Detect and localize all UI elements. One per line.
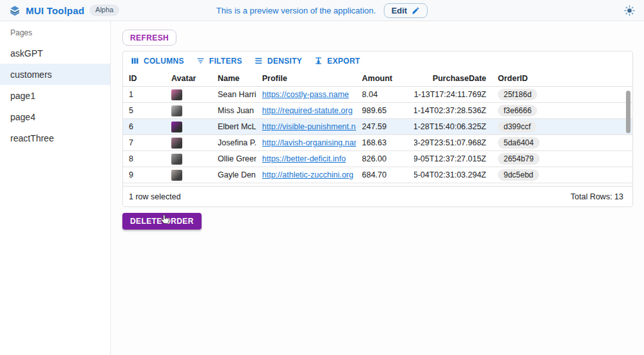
cell-name: Sean Harris [212,90,256,99]
profile-link[interactable]: http://required-statute.org [262,106,352,115]
sidebar-item-customers[interactable]: customers [0,64,110,85]
cell-profile: https://better-deficit.info [256,154,356,163]
cell-profile: http://lavish-organising.name [256,138,356,147]
scrollbar-thumb[interactable] [626,91,630,133]
toolbar-button-label: EXPORT [327,57,360,66]
cell-amount: 247.59 [356,122,414,131]
alpha-badge: Alpha [90,5,119,15]
cell-profile: http://athletic-zucchini.org [256,170,356,179]
cell-avatar [166,154,212,165]
profile-link[interactable]: https://better-deficit.info [262,154,346,163]
cell-amount: 989.65 [356,106,414,115]
cell-order-id: 25f186d [492,89,632,100]
column-header-name[interactable]: Name [212,74,256,83]
cell-order-id: f3e6666 [492,105,632,116]
sidebar-item-label: page4 [10,112,35,122]
filters-button[interactable]: FILTERS [192,53,246,68]
sidebar-item-page1[interactable]: page1 [0,85,110,106]
table-row[interactable]: 6 Elbert McL... http://visible-punishmen… [123,119,632,135]
cell-id: 9 [123,170,166,179]
cell-id: 8 [123,154,166,163]
cell-id: 1 [123,90,166,99]
profile-link[interactable]: https://costly-pass.name [262,90,349,99]
cell-name: Miss Juan ... [212,106,256,115]
brand: MUI Toolpad Alpha [9,5,119,16]
cell-order-id: d399ccf [492,121,632,132]
cell-purchase-date: 2088-05-04T02:31:03.294Z [414,170,492,179]
toolbar-button-label: FILTERS [209,57,242,66]
profile-link[interactable]: http://lavish-organising.name [262,138,356,147]
edit-button[interactable]: Edit [384,3,428,18]
cell-purchase-date: 2076-03-29T23:51:07.968Z [414,138,492,147]
density-button[interactable]: DENSITY [250,53,306,68]
cell-avatar [166,138,212,149]
sidebar-item-label: customers [10,69,52,80]
cell-id: 7 [123,138,166,147]
cell-name: Ollie Green... [212,154,256,163]
total-rows: Total Rows: 13 [571,192,623,201]
column-header-id[interactable]: ID [123,74,166,83]
profile-link[interactable]: http://visible-punishment.net [262,122,356,131]
table-row[interactable]: 1 Sean Harris https://costly-pass.name 8… [123,87,632,103]
table-row[interactable]: 9 Gayle Den... http://athletic-zucchini.… [123,167,632,183]
sidebar: Pages askGPT customers page1 page4 react… [0,21,111,355]
cell-avatar [166,170,212,181]
cell-order-id: 2654b79 [492,153,632,165]
cell-id: 5 [123,106,166,115]
cell-avatar [166,89,212,100]
grid-toolbar: COLUMNS FILTERS DENSITY EXPORT [123,51,632,70]
table-row[interactable]: 7 Josefina P... http://lavish-organising… [123,135,632,151]
export-button[interactable]: EXPORT [310,53,364,68]
sun-icon [624,5,635,16]
cell-purchase-date: 2086-09-05T12:37:27.015Z [414,154,492,163]
grid-rows: 1 Sean Harris https://costly-pass.name 8… [123,87,632,188]
export-icon [314,56,323,66]
sidebar-item-label: askGPT [10,48,43,59]
cell-avatar [166,105,212,116]
order-id-chip: 2654b79 [498,153,540,165]
order-id-chip: 5da6404 [498,137,540,149]
cell-name: Elbert McL... [212,122,256,131]
toolbar-button-label: COLUMNS [144,57,184,66]
cell-profile: http://visible-punishment.net [256,122,356,131]
filter-icon [196,56,205,66]
columns-button[interactable]: COLUMNS [126,53,188,68]
edit-button-label: Edit [392,6,408,15]
cell-amount: 684.70 [356,170,414,179]
selection-count: 1 row selected [129,192,181,201]
cell-purchase-date: 2014-01-14T02:37:28.536Z [414,106,492,115]
order-id-chip: 25f186d [498,89,537,100]
cell-name: Gayle Den... [212,170,256,179]
main-content: REFRESH COLUMNS FILTERS DENSITY EXPORT I… [111,21,644,355]
cell-purchase-date: 1997-11-13T17:24:11.769Z [414,90,492,99]
sidebar-item-askGPT[interactable]: askGPT [0,42,110,64]
grid-header-row: IDAvatarNameProfileAmountPurchaseDateOrd… [123,70,632,87]
app-bar: MUI Toolpad Alpha This is a preview vers… [0,0,644,21]
data-grid: COLUMNS FILTERS DENSITY EXPORT IDAvatarN… [122,51,633,207]
profile-link[interactable]: http://athletic-zucchini.org [262,170,354,179]
column-header-purchasedate[interactable]: PurchaseDate [414,74,492,83]
cell-profile: https://costly-pass.name [256,90,356,99]
sidebar-item-reactThree[interactable]: reactThree [0,127,110,149]
table-row[interactable]: 5 Miss Juan ... http://required-statute.… [123,103,632,119]
sidebar-item-page4[interactable]: page4 [0,106,110,127]
delete-order-button[interactable]: DELETE ORDER [122,213,202,230]
avatar [171,154,182,165]
refresh-button[interactable]: REFRESH [122,30,176,46]
column-header-orderid[interactable]: OrderID [492,74,632,83]
cell-avatar [166,122,212,132]
column-header-profile[interactable]: Profile [256,74,356,83]
vertical-scrollbar[interactable] [626,89,630,186]
cell-name: Josefina P... [212,138,256,147]
avatar [171,89,182,100]
avatar [171,105,182,116]
preview-message: This is a preview version of the applica… [216,6,376,15]
column-header-amount[interactable]: Amount [356,74,414,83]
order-id-chip: d399ccf [498,121,536,132]
table-row[interactable]: 8 Ollie Green... https://better-deficit.… [123,151,632,167]
cell-order-id: 9dc5ebd [492,169,632,181]
density-icon [254,56,263,66]
theme-toggle-button[interactable] [624,5,635,16]
grid-footer: 1 row selected Total Rows: 13 [123,186,632,206]
column-header-avatar[interactable]: Avatar [166,74,212,83]
